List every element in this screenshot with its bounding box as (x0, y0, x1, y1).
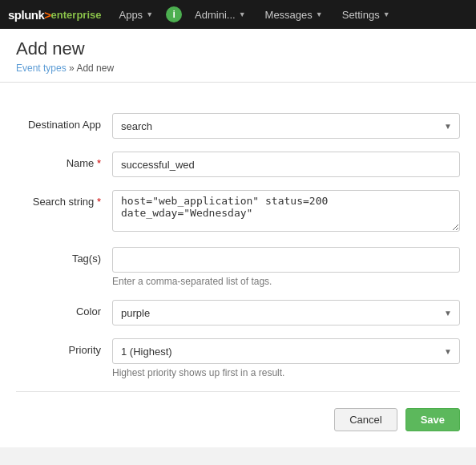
color-select[interactable]: none red orange yellow green blue purple (112, 300, 460, 326)
priority-control: 1 (Highest) 2 3 4 5 (Lowest) ▼ Highest p… (112, 338, 460, 378)
destination-app-select[interactable]: search (112, 113, 460, 139)
add-new-form: Destination App search ▼ Name * (16, 105, 460, 431)
form-buttons: Cancel Save (16, 405, 460, 431)
search-string-required: * (97, 196, 101, 208)
priority-row: Priority 1 (Highest) 2 3 4 5 (Lowest) ▼ … (16, 338, 460, 378)
chevron-down-icon: ▼ (146, 10, 153, 18)
nav-apps-label: Apps (119, 9, 143, 21)
nav-apps[interactable]: Apps ▼ (109, 0, 163, 29)
name-required: * (97, 157, 101, 169)
name-label: Name * (16, 152, 112, 169)
destination-app-row: Destination App search ▼ (16, 113, 460, 139)
chevron-down-icon: ▼ (316, 10, 323, 18)
name-row: Name * (16, 152, 460, 177)
nav-admin-label: Admini... (195, 9, 236, 21)
color-select-wrap: none red orange yellow green blue purple… (112, 300, 460, 326)
breadcrumb: Event types » Add new (16, 63, 460, 74)
priority-hint: Highest priority shows up first in a res… (112, 367, 460, 378)
nav-admin[interactable]: Admini... ▼ (185, 0, 256, 29)
tags-label: Tag(s) (16, 247, 112, 265)
name-control (112, 152, 460, 177)
page-title: Add new (16, 38, 460, 59)
color-row: Color none red orange yellow green blue … (16, 300, 460, 326)
page-header: Add new Event types » Add new (0, 29, 476, 83)
destination-app-label: Destination App (16, 113, 112, 131)
chevron-down-icon: ▼ (239, 10, 246, 18)
tags-hint: Enter a comma-separated list of tags. (112, 276, 460, 287)
form-content: Destination App search ▼ Name * (0, 83, 476, 447)
search-string-control: host="web_application" status=200 date_w… (112, 190, 460, 234)
tags-control: Enter a comma-separated list of tags. (112, 247, 460, 287)
top-nav: splunk> enterprise Apps ▼ i Admini... ▼ … (0, 0, 476, 29)
destination-app-select-wrap: search ▼ (112, 113, 460, 139)
breadcrumb-link[interactable]: Event types (16, 63, 67, 74)
color-label: Color (16, 300, 112, 317)
logo: splunk> enterprise (8, 8, 101, 22)
nav-messages-label: Messages (265, 9, 313, 21)
nav-info-icon[interactable]: i (166, 6, 182, 22)
breadcrumb-separator: » Add new (69, 63, 114, 74)
chevron-down-icon: ▼ (383, 10, 390, 18)
cancel-button[interactable]: Cancel (334, 408, 397, 431)
nav-messages[interactable]: Messages ▼ (256, 0, 333, 29)
priority-select-wrap: 1 (Highest) 2 3 4 5 (Lowest) ▼ (112, 338, 460, 364)
destination-app-control: search ▼ (112, 113, 460, 139)
form-divider (16, 391, 460, 392)
nav-settings[interactable]: Settings ▼ (333, 0, 400, 29)
search-string-label: Search string * (16, 190, 112, 208)
logo-enterprise-text: enterprise (51, 9, 102, 21)
color-control: none red orange yellow green blue purple… (112, 300, 460, 326)
name-input[interactable] (112, 152, 460, 177)
search-string-input[interactable]: host="web_application" status=200 date_w… (112, 190, 460, 232)
priority-select[interactable]: 1 (Highest) 2 3 4 5 (Lowest) (112, 338, 460, 364)
save-button[interactable]: Save (405, 408, 460, 431)
logo-splunk-text: splunk> (8, 8, 51, 22)
priority-label: Priority (16, 338, 112, 356)
search-string-row: Search string * host="web_application" s… (16, 190, 460, 234)
nav-settings-label: Settings (342, 9, 380, 21)
tags-input[interactable] (112, 247, 460, 273)
tags-row: Tag(s) Enter a comma-separated list of t… (16, 247, 460, 287)
